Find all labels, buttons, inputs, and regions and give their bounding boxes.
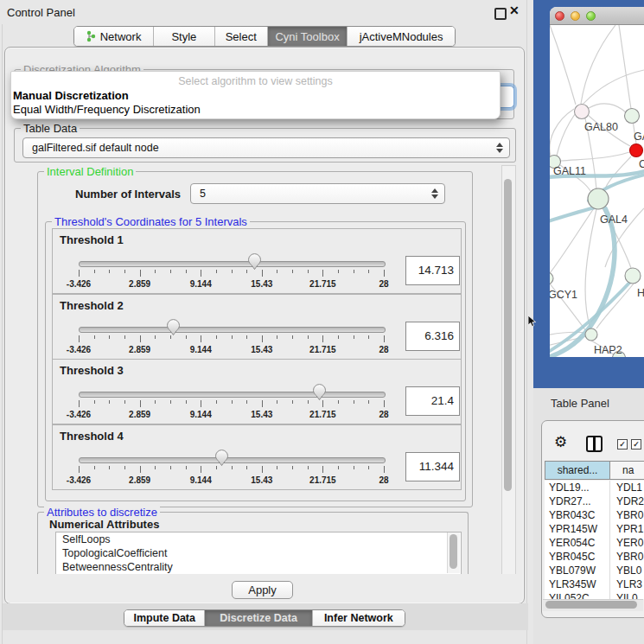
threshold-value-field[interactable]: 21.4 [405, 386, 460, 416]
cell-name[interactable]: YBR0 [609, 508, 643, 522]
cell-shared-name[interactable]: YDL19... [545, 481, 609, 494]
slider-tick-label: 9.144 [176, 475, 225, 485]
slider-tick [140, 400, 141, 407]
slider-tick [292, 400, 293, 404]
slider-tick [308, 270, 309, 273]
slider-tick [155, 335, 156, 339]
cell-shared-name[interactable]: YPR145W [545, 522, 609, 536]
column-header-name[interactable]: na [610, 461, 644, 480]
network-canvas[interactable]: GAL80GACGAL11GAL4GCY1HHAP2 [550, 25, 644, 357]
table-row[interactable]: YPR145W YPR1 [545, 522, 644, 536]
attributes-scrollbar-thumb[interactable] [450, 534, 457, 569]
threshold-panel-2: Threshold 2 -3.4262.8599.14415.4321.7152… [52, 294, 462, 360]
attribute-list-item[interactable]: TopologicalCoefficient [56, 546, 461, 560]
cell-name[interactable]: YBR0 [609, 550, 643, 564]
slider-tick-label: 21.715 [298, 279, 347, 289]
menu-item-equal-width-frequency[interactable]: Equal Width/Frequency Discretization [13, 103, 201, 116]
cell-name[interactable]: YBL0 [609, 564, 641, 577]
cell-shared-name[interactable]: YIL052C [545, 591, 609, 599]
tab-network[interactable]: Network [74, 27, 154, 46]
tab-impute-data[interactable]: Impute Data [124, 610, 205, 626]
network-window-titlebar[interactable] [550, 7, 644, 25]
table-body[interactable]: YDL19... YDL1YDR27... YDR2YBR043C YBR0YP… [545, 481, 644, 599]
slider-tick [124, 400, 125, 404]
slider-tick [322, 466, 323, 473]
slider-tick [201, 400, 201, 407]
threshold-slider-track[interactable] [79, 457, 386, 463]
threshold-value-field[interactable]: 6.316 [405, 322, 460, 351]
tab-discretize-data[interactable]: Discretize Data [205, 610, 312, 626]
cell-shared-name[interactable]: YLR345W [545, 577, 609, 591]
cell-name[interactable]: YLR3 [609, 577, 642, 591]
table-data-combobox[interactable]: galFiltered.sif default node [22, 137, 510, 158]
threshold-slider-track[interactable] [79, 261, 386, 267]
cell-shared-name[interactable]: YBR045C [545, 550, 609, 564]
network-node[interactable] [625, 109, 640, 124]
table-row[interactable]: YIL052C YIL0 [545, 591, 644, 599]
tab-cyni-toolbox[interactable]: Cyni Toolbox [268, 27, 348, 46]
cell-name[interactable]: YIL0 [609, 591, 638, 599]
checkbox-icon-1[interactable]: ✓ [617, 439, 628, 450]
threshold-slider-thumb[interactable] [166, 319, 181, 336]
numerical-attributes-list[interactable]: SelfLoopsTopologicalCoefficientBetweenne… [55, 532, 462, 576]
float-window-icon[interactable] [494, 8, 507, 20]
cell-shared-name[interactable]: YDR27... [545, 494, 609, 508]
cell-name[interactable]: YDR2 [609, 494, 644, 508]
network-node-label: GAL80 [584, 121, 618, 133]
table-row[interactable]: YDL19... YDL1 [545, 481, 644, 494]
checkbox-icon-2[interactable]: ✓ [631, 439, 641, 450]
tab-select[interactable]: Select [215, 27, 268, 46]
table-hscrollbar-thumb[interactable] [545, 601, 637, 609]
table-row[interactable]: YBL079W YBL0 [545, 564, 644, 577]
gear-icon[interactable]: ⚙ [554, 433, 567, 451]
column-header-shared-name[interactable]: shared... [545, 461, 610, 480]
network-node[interactable] [585, 328, 597, 341]
tab-jactivemnodules[interactable]: jActiveMNodules [348, 27, 455, 46]
cell-shared-name[interactable]: YBR043C [545, 508, 609, 522]
slider-tick [109, 466, 110, 469]
table-panel-title: Table Panel [551, 397, 609, 410]
column-layout-icon[interactable] [586, 436, 603, 452]
threshold-value-field[interactable]: 11.344 [405, 452, 460, 481]
minimize-traffic-light-icon[interactable] [571, 11, 580, 21]
cell-name[interactable]: YER0 [609, 536, 643, 550]
cell-shared-name[interactable]: YBL079W [545, 564, 609, 577]
network-node[interactable] [588, 188, 609, 209]
table-row[interactable]: YER054C YER0 [545, 536, 644, 550]
table-row[interactable]: YBR045C YBR0 [545, 550, 644, 564]
menu-item-manual-discretization[interactable]: Manual Discretization [13, 89, 129, 102]
slider-tick [368, 466, 369, 469]
tab-style[interactable]: Style [154, 27, 214, 46]
table-row[interactable]: YBR043C YBR0 [545, 508, 644, 522]
attribute-list-item[interactable]: SelfLoops [56, 532, 461, 546]
content-scrollbar-thumb[interactable] [504, 179, 512, 491]
threshold-value-field[interactable]: 14.713 [405, 256, 460, 285]
network-node[interactable] [550, 272, 553, 284]
apply-button[interactable]: Apply [232, 581, 293, 599]
table-row[interactable]: YLR345W YLR3 [545, 577, 644, 591]
network-view-window[interactable]: GAL80GACGAL11GAL4GCY1HHAP2 [550, 7, 644, 357]
slider-tick-label: 21.715 [298, 410, 347, 419]
zoom-traffic-light-icon[interactable] [586, 11, 596, 21]
close-icon[interactable]: ✕ [509, 3, 520, 17]
threshold-slider-track[interactable] [79, 392, 386, 398]
table-row[interactable]: YDR27... YDR2 [545, 494, 644, 508]
interval-definition-label: Interval Definition [44, 165, 136, 178]
network-node[interactable] [625, 268, 641, 284]
threshold-slider-thumb[interactable] [247, 253, 262, 271]
number-of-intervals-spinner[interactable]: 5 [190, 183, 445, 204]
cell-shared-name[interactable]: YER054C [545, 536, 609, 550]
threshold-slider-thumb[interactable] [312, 384, 327, 401]
slider-tick [322, 270, 323, 277]
cell-name[interactable]: YPR1 [609, 522, 643, 536]
network-node[interactable] [575, 105, 590, 119]
cell-name[interactable]: YDL1 [609, 481, 642, 494]
close-traffic-light-icon[interactable] [555, 11, 564, 21]
threshold-slider-track[interactable] [79, 327, 386, 333]
threshold-slider-thumb[interactable] [214, 450, 229, 467]
attribute-list-item[interactable]: BetweennessCentrality [56, 560, 461, 574]
slider-tick-label: 9.144 [176, 279, 225, 289]
network-node[interactable] [630, 144, 643, 157]
tab-infer-network[interactable]: Infer Network [313, 610, 405, 626]
slider-tick [338, 335, 339, 339]
